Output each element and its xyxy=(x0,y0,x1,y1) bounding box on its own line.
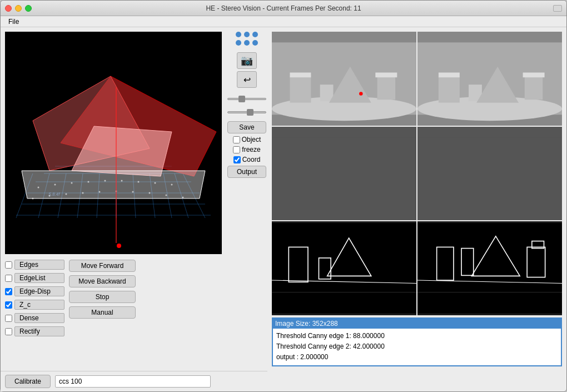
zc-checkbox[interactable] xyxy=(5,301,12,309)
camera-button[interactable]: 📷 xyxy=(237,52,257,69)
bottom-bar: Calibrate xyxy=(1,371,267,391)
dot-1 xyxy=(236,32,241,37)
sliders-container xyxy=(227,95,266,117)
coord-checkbox[interactable] xyxy=(233,156,241,163)
svg-point-42 xyxy=(117,244,121,248)
svg-rect-55 xyxy=(439,76,460,103)
zc-label: Z_c xyxy=(14,300,64,310)
object-label: Object xyxy=(242,136,261,143)
titlebar: HE - Stereo Vision - Current Frames Per … xyxy=(1,1,566,16)
slider-1-thumb[interactable] xyxy=(238,96,245,102)
coord-checkbox-row: Coord xyxy=(233,156,261,163)
info-title: Image Size: 352x288 xyxy=(273,319,561,329)
svg-point-50 xyxy=(359,92,363,96)
checkbox-group: Edges EdgeList Edge-Disp Z_c xyxy=(5,260,64,336)
info-line-2: Threshold Canny edge 2: 42.000000 xyxy=(276,341,558,352)
freeze-checkbox-row: freeze xyxy=(233,146,260,153)
viewport-3d[interactable]: 5.8.4f xyxy=(5,32,222,254)
object-checkbox[interactable] xyxy=(233,136,240,143)
camera-mid-right xyxy=(417,127,562,221)
slider-1-track xyxy=(227,98,266,100)
edgedisp-checkbox-item[interactable]: Edge-Disp xyxy=(5,286,64,296)
freeze-checkbox[interactable] xyxy=(233,146,240,153)
sidebar-controls: 📷 ↩ Save xyxy=(226,27,267,256)
camera-bottom-left xyxy=(272,221,416,315)
manual-button[interactable]: Manual xyxy=(69,306,136,319)
svg-rect-63 xyxy=(272,223,416,314)
minimize-button[interactable] xyxy=(15,5,22,12)
camera-top-right xyxy=(417,32,562,126)
edgelist-checkbox-item[interactable]: EdgeList xyxy=(5,273,64,283)
close-button[interactable] xyxy=(5,5,12,12)
menu-file[interactable]: File xyxy=(5,18,22,26)
slider-2-thumb[interactable] xyxy=(247,109,253,116)
svg-rect-60 xyxy=(523,72,545,77)
info-panel: Image Size: 352x288 Threshold Canny edge… xyxy=(272,317,562,366)
rectify-checkbox[interactable] xyxy=(5,328,12,335)
freeze-label: freeze xyxy=(242,146,260,153)
svg-rect-59 xyxy=(525,76,543,100)
object-checkbox-row: Object xyxy=(233,136,261,143)
dense-checkbox[interactable] xyxy=(5,315,12,322)
move-backward-button[interactable]: Move Backward xyxy=(69,275,136,287)
rectify-label: Rectify xyxy=(14,326,64,336)
camera-mid-left xyxy=(272,127,416,221)
svg-rect-47 xyxy=(290,72,311,77)
svg-rect-52 xyxy=(375,72,397,77)
svg-rect-51 xyxy=(377,76,396,100)
dense-checkbox-item[interactable]: Dense xyxy=(5,313,64,323)
camera-top-left xyxy=(272,32,416,126)
move-forward-button[interactable]: Move Forward xyxy=(69,260,136,272)
button-group: Move Forward Move Backward Stop Manual xyxy=(69,260,136,336)
dot-6 xyxy=(252,40,258,46)
ccs-input[interactable] xyxy=(55,375,211,388)
edges-checkbox[interactable] xyxy=(5,261,12,269)
main-content: 5.8.4f 📷 xyxy=(1,27,566,391)
output-button[interactable]: Output xyxy=(227,166,266,178)
info-line-3: output : 2.000000 xyxy=(276,352,558,363)
controls-row: Edges EdgeList Edge-Disp Z_c xyxy=(1,256,267,340)
dot-2 xyxy=(244,32,250,37)
video-grid xyxy=(272,32,562,315)
slider-2-container xyxy=(227,108,266,117)
camera-bottom-right xyxy=(417,221,562,315)
calibrate-button[interactable]: Calibrate xyxy=(5,375,51,388)
edgedisp-label: Edge-Disp xyxy=(14,286,64,296)
rectify-checkbox-item[interactable]: Rectify xyxy=(5,326,64,336)
right-panel: Image Size: 352x288 Threshold Canny edge… xyxy=(267,27,566,391)
svg-rect-69 xyxy=(417,223,562,314)
dot-4 xyxy=(236,40,241,46)
main-window: HE - Stereo Vision - Current Frames Per … xyxy=(0,0,567,392)
edgelist-label: EdgeList xyxy=(14,273,64,283)
maximize-button[interactable] xyxy=(25,5,32,12)
traffic-lights xyxy=(5,5,32,12)
info-line-1: Threshold Canny edge 1: 88.000000 xyxy=(276,331,558,341)
svg-text:5.8.4f: 5.8.4f xyxy=(48,192,61,197)
info-text: Threshold Canny edge 1: 88.000000 Thresh… xyxy=(276,331,558,363)
left-panel: 5.8.4f 📷 xyxy=(1,27,267,391)
svg-rect-46 xyxy=(290,76,311,103)
svg-rect-61 xyxy=(272,137,416,210)
coord-label: Coord xyxy=(242,156,261,163)
edges-checkbox-item[interactable]: Edges xyxy=(5,260,64,270)
svg-rect-56 xyxy=(439,72,460,77)
edgelist-checkbox[interactable] xyxy=(5,275,12,282)
menubar: File xyxy=(1,16,566,27)
stop-button[interactable]: Stop xyxy=(69,291,136,303)
edgedisp-checkbox[interactable] xyxy=(5,288,12,295)
window-minimize-btn[interactable] xyxy=(553,5,562,12)
dense-label: Dense xyxy=(14,313,64,323)
edges-label: Edges xyxy=(14,260,64,270)
slider-1-container xyxy=(227,95,266,103)
save-button[interactable]: Save xyxy=(227,121,266,133)
dot-3 xyxy=(252,32,258,37)
zc-checkbox-item[interactable]: Z_c xyxy=(5,300,64,310)
svg-rect-62 xyxy=(417,137,562,210)
rotate-button[interactable]: ↩ xyxy=(237,71,257,88)
dot-5 xyxy=(244,40,250,46)
window-title: HE - Stereo Vision - Current Frames Per … xyxy=(206,4,361,12)
